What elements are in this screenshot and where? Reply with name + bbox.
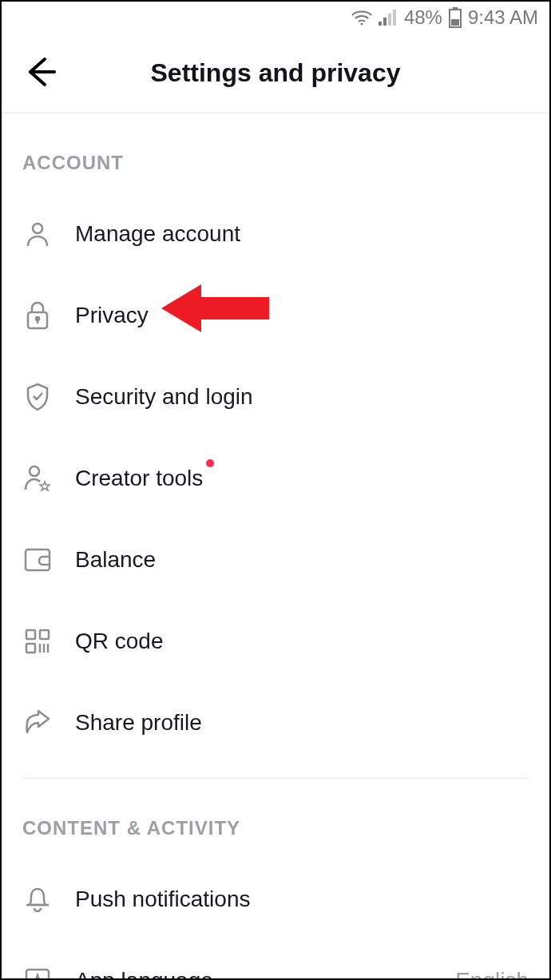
- menu-label: Security and login: [75, 384, 253, 410]
- svg-rect-4: [393, 10, 396, 26]
- menu-label: Creator tools: [75, 466, 203, 491]
- svg-rect-15: [40, 630, 49, 639]
- menu-item-push-notifications[interactable]: Push notifications: [22, 859, 529, 940]
- content: ACCOUNT Manage account Privacy: [2, 152, 549, 980]
- person-star-icon: [22, 463, 53, 494]
- menu-item-app-language[interactable]: App language English: [22, 940, 529, 980]
- menu-value: English: [455, 968, 529, 980]
- battery-percentage: 48%: [404, 6, 442, 29]
- menu-item-privacy[interactable]: Privacy: [22, 275, 529, 356]
- section-header-content-activity: CONTENT & ACTIVITY: [22, 817, 529, 839]
- menu-item-qr-code[interactable]: QR code: [22, 601, 529, 682]
- language-icon: [22, 966, 53, 980]
- menu-item-creator-tools[interactable]: Creator tools: [22, 438, 529, 519]
- wifi-icon: [351, 10, 372, 26]
- wallet-icon: [22, 545, 53, 575]
- svg-point-0: [360, 23, 363, 26]
- section-header-account: ACCOUNT: [22, 152, 529, 174]
- back-button[interactable]: [22, 54, 57, 93]
- page-title: Settings and privacy: [2, 58, 549, 88]
- menu-label: QR code: [75, 629, 164, 654]
- svg-point-8: [33, 224, 42, 233]
- status-bar: 48% 9:43 AM: [2, 2, 549, 34]
- svg-rect-16: [26, 644, 35, 653]
- svg-rect-3: [388, 14, 391, 26]
- menu-item-security[interactable]: Security and login: [22, 356, 529, 438]
- svg-rect-7: [451, 19, 459, 26]
- signal-icon: [379, 10, 398, 26]
- menu-label: Manage account: [75, 221, 240, 247]
- menu-item-share-profile[interactable]: Share profile: [22, 682, 529, 764]
- battery-icon: [449, 7, 462, 28]
- menu-item-balance[interactable]: Balance: [22, 519, 529, 601]
- menu-label: Balance: [75, 547, 156, 573]
- lock-icon: [22, 300, 53, 331]
- svg-rect-14: [26, 630, 35, 639]
- shield-icon: [22, 382, 53, 412]
- qr-icon: [22, 626, 53, 657]
- notification-dot: [206, 459, 214, 467]
- menu-label: Push notifications: [75, 887, 250, 912]
- menu-label: Share profile: [75, 710, 202, 736]
- menu-label: App language: [75, 968, 213, 980]
- divider: [22, 778, 529, 779]
- share-icon: [22, 708, 53, 738]
- header: Settings and privacy: [2, 34, 549, 113]
- svg-rect-2: [383, 18, 386, 26]
- svg-point-12: [30, 466, 39, 476]
- svg-rect-1: [379, 22, 382, 26]
- svg-point-10: [36, 317, 39, 320]
- menu-item-manage-account[interactable]: Manage account: [22, 193, 529, 275]
- menu-label: Privacy: [75, 303, 149, 328]
- person-icon: [22, 219, 53, 249]
- bell-icon: [22, 884, 53, 915]
- svg-rect-13: [26, 550, 50, 570]
- status-time: 9:43 AM: [468, 6, 538, 29]
